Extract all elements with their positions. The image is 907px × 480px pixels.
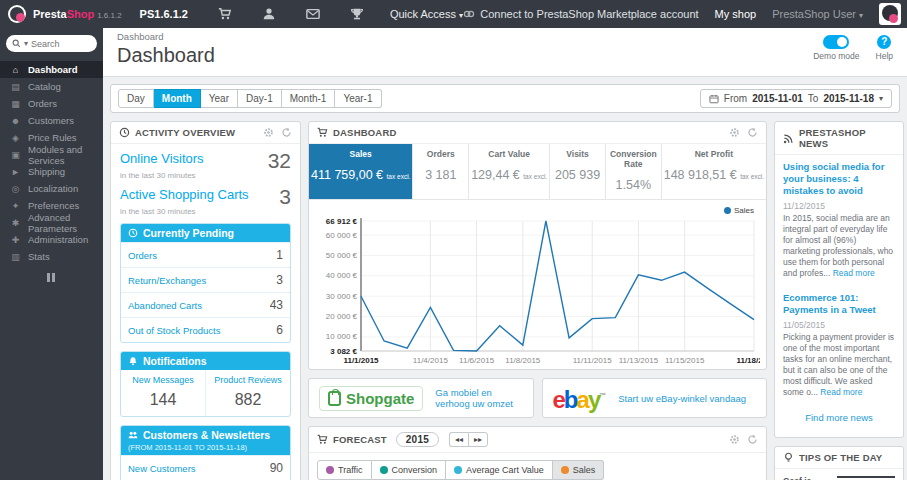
chart-legend[interactable]: Sales (315, 204, 760, 215)
forecast-header: FORECAST 2015 ◂◂ ▸▸ (309, 427, 766, 453)
date-range-picker[interactable]: From2015-11-01 To2015-11-18 ▾ (700, 89, 892, 108)
range-year-1-button[interactable]: Year-1 (335, 89, 381, 108)
forecast-conversion-button[interactable]: Conversion (372, 460, 447, 480)
refresh-icon[interactable] (281, 127, 292, 138)
kpi-net-profit[interactable]: Net Profit148 918,51 € tax excl. (661, 144, 766, 199)
news-article-title[interactable]: Using social media for your business: 4 … (783, 161, 895, 197)
help-button[interactable]: ? Help (876, 35, 893, 61)
forecast-year[interactable]: 2015 (396, 432, 439, 447)
cart-icon[interactable] (218, 7, 232, 21)
ebay-link[interactable]: Start uw eBay-winkel vandaag (618, 393, 746, 404)
refresh-icon[interactable] (747, 127, 758, 138)
new-messages-cell[interactable]: New Messages144 (121, 370, 205, 416)
search-input[interactable] (31, 39, 86, 49)
svg-text:11/6/2015: 11/6/2015 (459, 356, 495, 365)
ingenico-logo[interactable]: ingenico Payment services (833, 476, 895, 480)
new-customers-row[interactable]: New Customers90 (121, 455, 290, 480)
help-icon[interactable]: ? (877, 35, 891, 49)
shopgate-ad[interactable]: Shopgate Ga mobiel en verhoog uw omzet (308, 378, 534, 418)
breadcrumb[interactable]: Dashboard (117, 31, 813, 42)
read-more-link[interactable]: Read more (820, 387, 862, 397)
search-box[interactable]: ▾ (6, 35, 97, 52)
shop-name[interactable]: PS1.6.1.2 (140, 8, 188, 20)
gears-icon: ✱ (10, 218, 21, 228)
kpi-visits[interactable]: Visits205 939 (549, 144, 605, 199)
topbar: PrestaShop1.6.1.2 PS1.6.1.2 Quick Access… (0, 0, 907, 28)
sidebar-item-advanced-parameters[interactable]: ✱Advanced Parameters (0, 214, 103, 231)
forecast-sales-button[interactable]: Sales (553, 460, 605, 480)
read-more-link[interactable]: Read more (833, 268, 875, 278)
forecast-prev-button[interactable]: ◂◂ (449, 432, 468, 447)
sidebar-item-shipping[interactable]: ►Shipping (0, 163, 103, 180)
online-visitors-link[interactable]: Online Visitors (120, 151, 204, 166)
active-carts-link[interactable]: Active Shopping Carts (120, 187, 249, 202)
sidebar-item-dashboard[interactable]: ⌂Dashboard (0, 61, 103, 78)
kpi-sales[interactable]: Sales411 759,00 € tax excl. (309, 144, 412, 199)
sidebar-item-orders[interactable]: ▦Orders (0, 95, 103, 112)
forecast-next-button[interactable]: ▸▸ (468, 432, 488, 447)
trophy-icon[interactable] (350, 7, 364, 21)
sidebar-collapse-button[interactable] (47, 273, 57, 282)
kpi-conversion-rate[interactable]: Conversion Rate1.54% (605, 144, 661, 199)
range-month-button[interactable]: Month (154, 89, 201, 108)
sidebar-item-stats[interactable]: ▥Stats (0, 248, 103, 265)
sidebar-item-catalog[interactable]: ▤Catalog (0, 78, 103, 95)
range-month-1-button[interactable]: Month-1 (282, 89, 336, 108)
lightbulb-icon (783, 452, 794, 463)
sidebar-item-localization[interactable]: ◎Localization (0, 180, 103, 197)
customers-icon[interactable] (262, 7, 276, 21)
forecast-avg-cart-value-button[interactable]: Average Cart Value (446, 460, 553, 480)
online-visitors-sub: in the last 30 minutes (120, 171, 291, 180)
link-icon (463, 8, 475, 20)
pending-abandoned-carts-row[interactable]: Abandoned Carts43 (121, 292, 290, 317)
marketplace-link[interactable]: Connect to PrestaShop Marketplace accoun… (463, 8, 698, 20)
my-shop-link[interactable]: My shop (715, 8, 757, 20)
bell-icon (128, 356, 138, 366)
gear-icon[interactable] (263, 127, 274, 138)
user-menu[interactable]: PrestaShop User ▾ (772, 8, 863, 20)
brand-title: PrestaShop1.6.1.2 (33, 8, 122, 20)
shopping-bag-icon (328, 391, 341, 406)
range-year-button[interactable]: Year (201, 89, 238, 108)
prestashop-logo-icon[interactable] (8, 5, 26, 23)
quick-access-menu[interactable]: Quick Access ▾ (390, 8, 463, 20)
demo-mode-toggle[interactable]: Demo mode (813, 35, 859, 61)
modules-icon: ▣ (10, 150, 21, 160)
toggle-on-icon[interactable] (823, 35, 849, 49)
svg-text:11/13/2015: 11/13/2015 (619, 356, 659, 365)
currently-pending-section: Currently Pending Orders1 Return/Exchang… (120, 223, 291, 343)
orders-icon: ▦ (10, 99, 21, 109)
home-icon: ⌂ (10, 65, 21, 75)
shopgate-link[interactable]: Ga mobiel en verhoog uw omzet (435, 387, 522, 409)
avatar[interactable] (879, 3, 901, 25)
gear-icon[interactable] (729, 434, 740, 445)
kpi-orders[interactable]: Orders3 181 (412, 144, 468, 199)
pending-orders-row[interactable]: Orders1 (121, 242, 290, 267)
refresh-icon[interactable] (747, 434, 758, 445)
svg-text:11/8/2015: 11/8/2015 (505, 356, 541, 365)
news-article-title[interactable]: Ecommerce 101: Payments in a Tweet (783, 292, 895, 316)
gear-icon[interactable] (729, 127, 740, 138)
pending-out-of-stock-row[interactable]: Out of Stock Products6 (121, 317, 290, 342)
range-day-button[interactable]: Day (118, 89, 154, 108)
pending-returns-row[interactable]: Return/Exchanges3 (121, 267, 290, 292)
svg-text:11/11/2015: 11/11/2015 (573, 356, 612, 365)
svg-text:11/15/2015: 11/15/2015 (665, 356, 705, 365)
ebay-ad[interactable]: ebay™ Start uw eBay-winkel vandaag (542, 378, 768, 418)
tips-header: TIPS OF THE DAY (775, 447, 903, 469)
product-reviews-cell[interactable]: Product Reviews882 (205, 370, 290, 416)
book-icon: ▤ (10, 82, 21, 92)
sidebar-item-customers[interactable]: ☻Customers (0, 112, 103, 129)
search-type-caret-icon[interactable]: ▾ (24, 39, 28, 48)
date-range-toolbar: Day Month Year Day-1 Month-1 Year-1 From… (110, 84, 900, 113)
news-article: Ecommerce 101: Payments in a Tweet 11/05… (783, 292, 895, 398)
sidebar-item-administration[interactable]: ✚Administration (0, 231, 103, 248)
range-day-1-button[interactable]: Day-1 (238, 89, 282, 108)
sidebar-item-modules[interactable]: ▣Modules and Services (0, 146, 103, 163)
find-more-news-link[interactable]: Find more news (783, 412, 895, 423)
kpi-cart-value[interactable]: Cart Value129,44 € tax excl. (468, 144, 549, 199)
globe-icon: ◎ (10, 184, 21, 194)
chevron-down-icon: ▾ (859, 11, 863, 20)
forecast-traffic-button[interactable]: Traffic (317, 460, 372, 480)
messages-icon[interactable] (306, 7, 320, 21)
